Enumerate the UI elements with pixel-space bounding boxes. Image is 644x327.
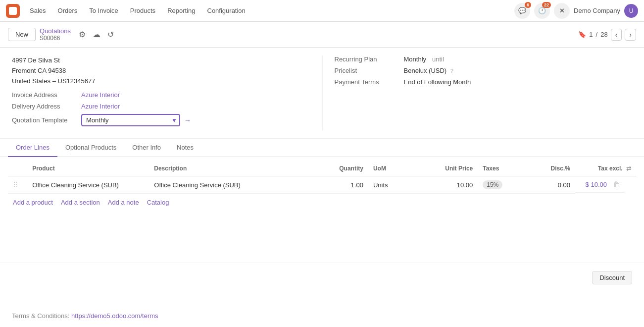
table-row: ⠿ Office Cleaning Service (SUB) Office C… bbox=[8, 176, 636, 194]
clock-badge: 22 bbox=[542, 2, 551, 8]
col-tax-excl-header: Tax excl. ⇄ bbox=[575, 161, 636, 176]
delivery-address-value[interactable]: Azure Interior bbox=[81, 103, 120, 110]
toolbar: New Quotations S00066 ⚙ ☁ ↺ 🔖 1 / 28 ‹ › bbox=[0, 22, 644, 48]
nav-products[interactable]: Products bbox=[125, 4, 160, 17]
next-page-button[interactable]: › bbox=[625, 29, 636, 41]
quotation-template-label: Quotation Template bbox=[12, 116, 81, 124]
info-right: Recurring Plan Monthly until Pricelist B… bbox=[322, 55, 633, 130]
tab-optional-products[interactable]: Optional Products bbox=[57, 139, 124, 157]
page-current: 1 bbox=[589, 31, 593, 38]
chat-notification-button[interactable]: 💬 6 bbox=[514, 3, 530, 19]
col-unit-price-header: Unit Price bbox=[417, 161, 478, 176]
user-avatar[interactable]: U bbox=[624, 4, 638, 18]
delivery-address-row: Delivery Address Azure Interior bbox=[12, 103, 310, 110]
chat-icon: 💬 bbox=[518, 7, 526, 14]
terms-link[interactable]: https://demo5.odoo.com/terms bbox=[71, 312, 158, 320]
add-section-link[interactable]: Add a section bbox=[61, 199, 100, 206]
payment-terms-row: Payment Terms End of Following Month bbox=[335, 78, 633, 86]
nav-sales[interactable]: Sales bbox=[25, 4, 51, 17]
product-name: Office Cleaning Service (SUB) bbox=[32, 181, 119, 189]
unit-price-value: 10.00 bbox=[457, 181, 473, 189]
disc-cell[interactable]: 0.00 bbox=[527, 176, 575, 194]
add-product-link[interactable]: Add a product bbox=[13, 199, 53, 206]
quotation-template-row: Quotation Template Monthly ▼ → bbox=[12, 114, 310, 126]
pricelist-value: Benelux (USD) ? bbox=[404, 67, 453, 74]
pricelist-row: Pricelist Benelux (USD) ? bbox=[335, 67, 633, 74]
add-links-row: Add a product Add a section Add a note C… bbox=[8, 194, 636, 211]
drag-handle-cell: ⠿ bbox=[8, 176, 27, 194]
adjust-columns-icon[interactable]: ⇄ bbox=[626, 165, 631, 172]
page-total: 28 bbox=[600, 31, 607, 38]
external-link-icon[interactable]: → bbox=[184, 116, 191, 124]
uom-cell[interactable]: Units bbox=[368, 176, 417, 194]
invoice-address-row: Invoice Address Azure Interior bbox=[12, 91, 310, 99]
tax-badge: 15% bbox=[483, 180, 502, 189]
payment-terms-label: Payment Terms bbox=[335, 78, 404, 86]
company-name[interactable]: Demo Company bbox=[574, 7, 620, 14]
col-uom-header: UoM bbox=[368, 161, 417, 176]
tools-button[interactable]: ✕ bbox=[554, 3, 570, 19]
add-note-link[interactable]: Add a note bbox=[108, 199, 139, 206]
unit-price-cell[interactable]: 10.00 bbox=[417, 176, 478, 194]
payment-terms-value: End of Following Month bbox=[404, 78, 471, 86]
recurring-plan-value: Monthly bbox=[404, 55, 427, 63]
address-line2: Fremont CA 94538 bbox=[12, 66, 310, 76]
col-quantity-header: Quantity bbox=[320, 161, 368, 176]
tab-order-lines[interactable]: Order Lines bbox=[8, 139, 57, 157]
app-icon bbox=[6, 4, 20, 18]
new-button[interactable]: New bbox=[8, 28, 36, 41]
col-product-header: Product bbox=[27, 161, 149, 176]
recurring-plan-label: Recurring Plan bbox=[335, 55, 404, 63]
form-header-section: 4997 De Silva St Fremont CA 94538 United… bbox=[0, 48, 644, 139]
quotation-template-select-wrap: Monthly ▼ bbox=[81, 114, 180, 126]
address-line3: United States – US12345677 bbox=[12, 76, 310, 87]
terms-row: Terms & Conditions: https://demo5.odoo.c… bbox=[12, 312, 632, 320]
product-table: Product Description Quantity UoM Unit Pr… bbox=[8, 161, 636, 194]
quantity-cell[interactable]: 1.00 bbox=[320, 176, 368, 194]
nav-to-invoice[interactable]: To Invoice bbox=[84, 4, 123, 17]
description-cell[interactable]: Office Cleaning Service (SUB) bbox=[149, 176, 319, 194]
drag-handle-icon[interactable]: ⠿ bbox=[13, 181, 18, 189]
breadcrumb-parent[interactable]: Quotations bbox=[40, 27, 71, 35]
prev-page-button[interactable]: ‹ bbox=[611, 29, 622, 41]
tab-other-info[interactable]: Other Info bbox=[124, 139, 169, 157]
tax-excl-cell: $ 10.00 🗑 bbox=[575, 176, 625, 193]
nav-reporting[interactable]: Reporting bbox=[162, 4, 200, 17]
invoice-address-label: Invoice Address bbox=[12, 91, 81, 99]
spacer-section bbox=[0, 219, 644, 259]
terms-label: Terms & Conditions: bbox=[12, 312, 69, 320]
bookmark-icon[interactable]: 🔖 bbox=[578, 31, 586, 38]
top-nav: Sales Orders To Invoice Products Reporti… bbox=[0, 0, 644, 22]
nav-configuration[interactable]: Configuration bbox=[202, 4, 250, 17]
uom-value: Units bbox=[373, 181, 388, 189]
main-form: 4997 De Silva St Fremont CA 94538 United… bbox=[0, 48, 644, 327]
product-cell[interactable]: Office Cleaning Service (SUB) bbox=[27, 176, 149, 194]
settings-button[interactable]: ⚙ bbox=[77, 29, 88, 40]
clock-icon: 🕐 bbox=[538, 7, 546, 14]
invoice-address-value[interactable]: Azure Interior bbox=[81, 91, 120, 99]
delivery-address-label: Delivery Address bbox=[12, 103, 81, 110]
taxes-cell[interactable]: 15% bbox=[478, 176, 526, 194]
delete-row-button[interactable]: 🗑 bbox=[613, 180, 620, 188]
catalog-link[interactable]: Catalog bbox=[147, 199, 169, 206]
quotation-template-select[interactable]: Monthly bbox=[81, 114, 180, 126]
recurring-plan-row: Recurring Plan Monthly until bbox=[335, 55, 633, 63]
chat-badge: 6 bbox=[525, 2, 531, 8]
table-header-row: Product Description Quantity UoM Unit Pr… bbox=[8, 161, 636, 176]
pricelist-help-icon: ? bbox=[450, 68, 453, 74]
col-disc-header: Disc.% bbox=[527, 161, 575, 176]
nav-orders[interactable]: Orders bbox=[53, 4, 83, 17]
breadcrumb: Quotations S00066 bbox=[40, 27, 71, 42]
discount-button[interactable]: Discount bbox=[592, 271, 632, 284]
recurring-plan-until: until bbox=[432, 55, 444, 63]
undo-button[interactable]: ↺ bbox=[105, 29, 116, 40]
col-description-header: Description bbox=[149, 161, 319, 176]
tax-excl-value: $ 10.00 bbox=[586, 181, 607, 188]
tab-notes[interactable]: Notes bbox=[169, 139, 201, 157]
clock-notification-button[interactable]: 🕐 22 bbox=[534, 3, 550, 19]
col-drag bbox=[8, 161, 27, 176]
description-value: Office Cleaning Service (SUB) bbox=[154, 181, 241, 189]
pagination: 🔖 1 / 28 ‹ › bbox=[578, 29, 636, 41]
cloud-button[interactable]: ☁ bbox=[91, 29, 102, 40]
pricelist-label: Pricelist bbox=[335, 67, 404, 74]
